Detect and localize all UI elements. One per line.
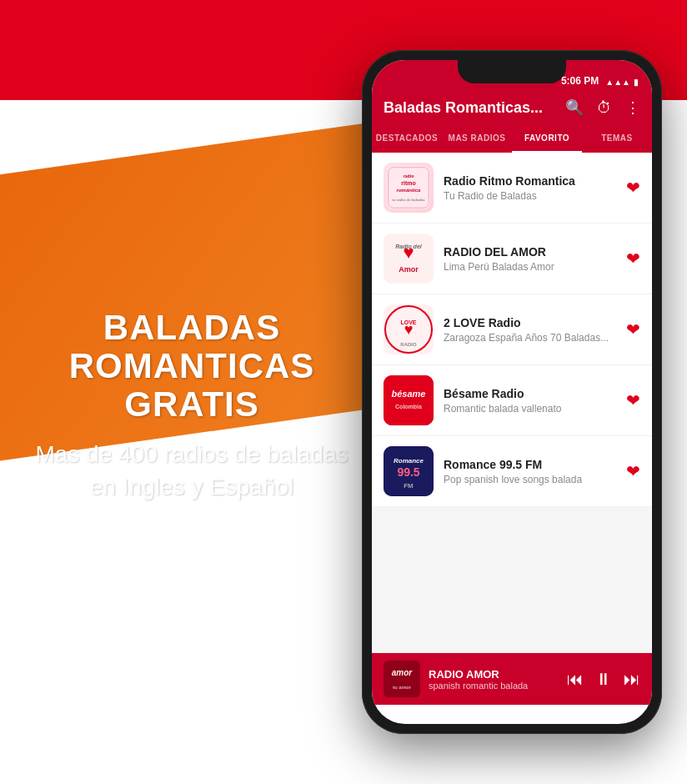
phone-notch: [458, 60, 566, 83]
radio-info-4: Bésame Radio Romantic balada vallenato: [444, 387, 616, 415]
phone-screen: 5:06 PM ▲▲▲ ▮ Baladas Romanticas... 🔍 ⏱ …: [372, 60, 652, 724]
player-station-name: RADIO AMOR: [429, 668, 559, 681]
svg-text:RADIO: RADIO: [400, 342, 417, 347]
heart-icon-3[interactable]: ❤: [626, 319, 640, 339]
svg-text:♥: ♥: [403, 242, 414, 263]
header-icons: 🔍 ⏱ ⋮: [565, 98, 640, 117]
nav-tabs: DESTACADOS MAS RADIOS FAVORITO TEMAS: [372, 125, 652, 153]
besame-svg: bésame Colombia: [384, 375, 434, 425]
tab-mas-radios[interactable]: MAS RADIOS: [442, 125, 512, 153]
ritmo-svg: radio ritmo romántica tu radio de balada…: [387, 163, 430, 213]
tab-favorito[interactable]: FAVORITO: [512, 125, 582, 153]
amor-svg: Radio del ♥ Amor: [384, 234, 434, 284]
radio-logo-5: Romance 99.5 FM: [384, 446, 434, 496]
app-header: Baladas Romanticas... 🔍 ⏱ ⋮: [372, 90, 652, 125]
svg-text:bésame: bésame: [392, 389, 426, 399]
svg-rect-22: [384, 661, 420, 697]
player-logo-svg: amor tu amor: [384, 661, 420, 697]
radio-logo-3: LOVE ♥ RADIO: [384, 304, 434, 354]
radio-name-3: 2 LOVE Radio: [444, 316, 616, 329]
svg-text:tu amor: tu amor: [393, 685, 412, 690]
radio-name-2: RADIO DEL AMOR: [444, 245, 616, 259]
svg-text:amor: amor: [392, 668, 414, 677]
radio-name-1: Radio Ritmo Romantica: [444, 174, 616, 188]
left-content: BALADAS ROMANTICAS GRATIS Mas de 400 rad…: [25, 309, 359, 503]
radio-list: radio ritmo romántica tu radio de balada…: [372, 153, 652, 653]
radio-logo-2: Radio del ♥ Amor: [384, 234, 434, 284]
phone-outer: 5:06 PM ▲▲▲ ▮ Baladas Romanticas... 🔍 ⏱ …: [362, 50, 662, 734]
main-title: BALADAS ROMANTICAS GRATIS: [25, 309, 359, 425]
heart-icon-2[interactable]: ❤: [626, 249, 640, 269]
radio-logo-4: bésame Colombia: [384, 375, 434, 425]
svg-text:♥: ♥: [404, 321, 414, 338]
radio-desc-5: Pop spanish love songs balada: [444, 474, 616, 485]
svg-text:Romance: Romance: [394, 457, 424, 465]
radio-info-2: RADIO DEL AMOR Lima Perú Baladas Amor: [444, 245, 616, 273]
phone-wrapper: 5:06 PM ▲▲▲ ▮ Baladas Romanticas... 🔍 ⏱ …: [362, 50, 662, 734]
radio-info-5: Romance 99.5 FM Pop spanish love songs b…: [444, 458, 616, 485]
svg-text:99.5: 99.5: [397, 465, 419, 479]
status-icons: ▲▲▲ ▮: [605, 78, 639, 87]
radio-name-5: Romance 99.5 FM: [444, 458, 616, 471]
love-svg: LOVE ♥ RADIO: [384, 304, 434, 354]
play-pause-button[interactable]: ⏸: [595, 670, 612, 689]
search-icon[interactable]: 🔍: [565, 98, 584, 117]
svg-text:ritmo: ritmo: [401, 180, 415, 186]
svg-text:tu radio de baladas: tu radio de baladas: [392, 198, 425, 202]
player-logo: amor tu amor: [384, 661, 420, 697]
prev-button[interactable]: ⏮: [567, 670, 584, 689]
radio-name-4: Bésame Radio: [444, 387, 616, 400]
more-icon[interactable]: ⋮: [625, 98, 640, 117]
signal-icon: ▲▲▲: [605, 78, 630, 87]
heart-icon-4[interactable]: ❤: [626, 390, 640, 410]
svg-rect-15: [384, 375, 434, 425]
battery-icon: ▮: [634, 78, 639, 87]
radio-item-1[interactable]: radio ritmo romántica tu radio de balada…: [372, 153, 652, 224]
player-controls: ⏮ ⏸ ⏭: [567, 670, 640, 689]
tab-temas[interactable]: TEMAS: [582, 125, 652, 153]
radio-info-1: Radio Ritmo Romantica Tu Radio de Balada…: [444, 174, 616, 202]
radio-info-3: 2 LOVE Radio Zaragoza España Años 70 Bal…: [444, 316, 616, 344]
radio-desc-3: Zaragoza España Años 70 Baladas...: [444, 332, 616, 344]
player-description: spanish romantic balada: [429, 681, 559, 691]
svg-text:FM: FM: [404, 482, 414, 490]
radio-logo-1: radio ritmo romántica tu radio de balada…: [384, 163, 434, 213]
player-bar: amor tu amor RADIO AMOR spanish romantic…: [372, 653, 652, 705]
heart-icon-5[interactable]: ❤: [626, 461, 640, 481]
radio-item-4[interactable]: bésame Colombia Bésame Radio Romantic ba…: [372, 365, 652, 436]
tab-destacados[interactable]: DESTACADOS: [372, 125, 442, 153]
svg-text:Colombia: Colombia: [395, 404, 422, 410]
next-button[interactable]: ⏭: [624, 670, 640, 689]
alarm-icon[interactable]: ⏱: [597, 99, 612, 117]
radio-item-5[interactable]: Romance 99.5 FM Romance 99.5 FM Pop span…: [372, 436, 652, 507]
heart-icon-1[interactable]: ❤: [626, 178, 640, 198]
svg-text:Amor: Amor: [399, 265, 419, 274]
app-header-title: Baladas Romanticas...: [384, 99, 565, 117]
radio-item-2[interactable]: Radio del ♥ Amor RADIO DEL AMOR Lima Per…: [372, 224, 652, 294]
radio-desc-2: Lima Perú Baladas Amor: [444, 261, 616, 273]
radio-desc-1: Tu Radio de Baladas: [444, 190, 616, 202]
radio-desc-4: Romantic balada vallenato: [444, 403, 616, 415]
sub-title: Mas de 400 radios de baladas en Ingles y…: [25, 438, 359, 503]
svg-text:romántica: romántica: [397, 188, 422, 193]
romance-svg: Romance 99.5 FM: [384, 446, 434, 496]
svg-text:radio: radio: [404, 173, 414, 178]
player-info: RADIO AMOR spanish romantic balada: [429, 668, 559, 691]
radio-item-3[interactable]: LOVE ♥ RADIO 2 LOVE Radio Zaragoza Españ…: [372, 294, 652, 365]
status-time: 5:06 PM: [561, 75, 599, 87]
